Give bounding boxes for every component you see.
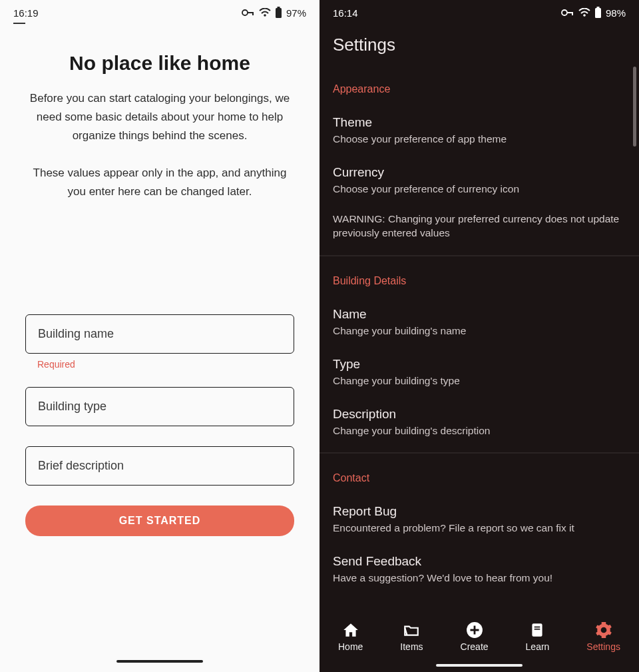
gesture-bar [116, 660, 203, 663]
vpn-key-icon [242, 9, 255, 17]
plus-circle-icon [466, 621, 483, 639]
svg-point-0 [242, 10, 248, 15]
status-time: 16:14 [333, 7, 358, 19]
status-time: 16:19 [13, 7, 39, 19]
row-theme[interactable]: Theme Choose your preference of app them… [333, 109, 626, 159]
settings-screen: 16:14 98% Settings Appearance Theme Choo… [320, 0, 639, 672]
svg-point-6 [562, 10, 567, 15]
row-sub: Change your building's description [333, 424, 626, 438]
battery-percent: 97% [286, 7, 306, 19]
row-title: Description [333, 407, 626, 422]
page-title: No place like home [24, 52, 296, 75]
folder-icon [403, 621, 420, 639]
row-title: Send Feedback [333, 554, 626, 569]
row-title: Theme [333, 115, 626, 130]
wifi-icon [259, 8, 271, 17]
building-desc-field[interactable] [25, 446, 294, 486]
nav-label: Learn [526, 641, 550, 652]
nav-settings[interactable]: Settings [586, 621, 620, 652]
wifi-icon [578, 8, 590, 17]
scroll-indicator[interactable] [633, 67, 636, 147]
nav-learn[interactable]: Learn [526, 621, 550, 652]
status-bar: 16:19 97% [0, 0, 320, 21]
svg-rect-8 [572, 12, 573, 15]
row-building-desc[interactable]: Description Change your building's descr… [333, 400, 626, 450]
building-name-field[interactable] [25, 314, 294, 354]
svg-point-3 [264, 14, 266, 17]
row-sub: Change your building's name [333, 324, 626, 338]
battery-percent: 98% [606, 7, 626, 19]
row-sub: Encountered a problem? File a report so … [333, 521, 626, 535]
bottom-nav: Home Items Create Learn Settings [320, 612, 639, 672]
svg-rect-15 [534, 629, 540, 630]
row-building-type[interactable]: Type Change your building's type [333, 350, 626, 400]
nav-label: Home [338, 641, 363, 652]
nav-create[interactable]: Create [461, 621, 489, 652]
vpn-key-icon [561, 9, 574, 17]
battery-icon [275, 7, 282, 19]
gesture-bar [436, 664, 523, 667]
intro-para-1: Before you can start cataloging your bel… [24, 89, 296, 145]
book-icon [529, 621, 546, 639]
row-building-name[interactable]: Name Change your building's name [333, 300, 626, 350]
battery-icon [594, 7, 602, 19]
nav-label: Create [461, 641, 489, 652]
status-bar: 16:14 98% [320, 0, 639, 21]
row-title: Currency [333, 165, 626, 180]
svg-rect-5 [277, 7, 280, 8]
row-title: Type [333, 357, 626, 372]
required-note: Required [37, 359, 294, 370]
row-sub: Choose your preference of currency icon [333, 182, 626, 196]
row-currency[interactable]: Currency Choose your preference of curre… [333, 159, 626, 208]
building-type-field[interactable] [25, 387, 294, 426]
section-contact: Contact [333, 472, 626, 484]
row-sub: Have a suggestion? We'd love to hear fro… [333, 571, 626, 585]
page-title: Settings [320, 21, 639, 65]
svg-rect-2 [252, 12, 254, 15]
svg-point-9 [583, 14, 586, 17]
section-appearance: Appearance [333, 83, 626, 95]
nav-label: Items [400, 641, 423, 652]
nav-home[interactable]: Home [338, 621, 363, 652]
onboarding-screen: 16:19 97% No place like home Before you … [0, 0, 320, 672]
nav-items[interactable]: Items [400, 621, 423, 652]
svg-rect-13 [532, 623, 542, 637]
svg-rect-14 [534, 627, 540, 628]
svg-rect-11 [596, 7, 599, 8]
row-title: Name [333, 307, 626, 322]
currency-warning: WARNING: Changing your preferred currenc… [320, 211, 639, 255]
row-sub: Change your building's type [333, 374, 626, 388]
row-report-bug[interactable]: Report Bug Encountered a problem? File a… [333, 498, 626, 547]
building-type-input[interactable] [38, 400, 282, 414]
building-name-input[interactable] [38, 327, 282, 341]
svg-rect-4 [276, 8, 282, 18]
row-send-feedback[interactable]: Send Feedback Have a suggestion? We'd lo… [333, 547, 626, 597]
status-right: 97% [242, 7, 306, 19]
building-desc-input[interactable] [38, 459, 282, 473]
section-building: Building Details [333, 275, 626, 287]
svg-rect-10 [595, 8, 601, 18]
gear-icon [595, 621, 612, 639]
get-started-button[interactable]: GET STARTED [25, 505, 294, 536]
row-sub: Choose your preference of app theme [333, 133, 626, 147]
home-icon [342, 621, 359, 639]
nav-label: Settings [586, 641, 620, 652]
row-title: Report Bug [333, 504, 626, 519]
intro-para-2: These values appear only in the app, and… [24, 164, 296, 201]
status-right: 98% [561, 7, 626, 19]
